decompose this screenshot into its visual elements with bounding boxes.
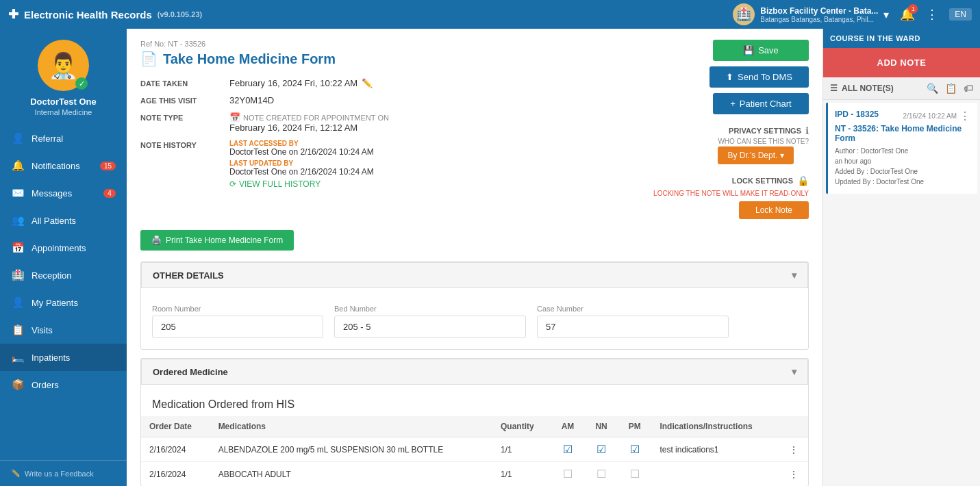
lang-selector[interactable]: EN — [949, 8, 972, 21]
visits-icon: 📋 — [11, 324, 25, 336]
table-row: 2/16/2024 ABBOCATH ADULT 1/1 ☐ ☐ ☐ ⋮ — [141, 462, 808, 487]
age-visit-value: 32Y0M14D — [229, 95, 274, 105]
tag-notes-icon[interactable]: 🏷 — [964, 83, 973, 94]
quantity-cell: 1/1 — [492, 462, 551, 487]
note-item: IPD - 18325 2/16/24 10:22 AM ⋮ NT - 3352… — [826, 103, 977, 194]
note-more-icon[interactable]: ⋮ — [959, 110, 970, 123]
facility-location: Batangas Batangas, Batangas, Phil... — [760, 16, 878, 23]
app-icon: ✚ — [8, 7, 18, 22]
avatar-area: 👨‍⚕️ ✓ DoctorTest One Internal Medicine — [0, 29, 127, 125]
facility-info: 🏥 Bizbox Facility Center - Bata... Batan… — [733, 3, 972, 25]
copy-notes-icon[interactable]: 📋 — [945, 83, 957, 94]
sidebar-item-notifications[interactable]: 🔔 Notifications 15 — [0, 152, 127, 179]
facility-dropdown-icon[interactable]: ▾ — [883, 8, 889, 21]
sidebar-item-visits[interactable]: 📋 Visits — [0, 316, 127, 344]
medication-ordered-title: Medication Ordered from HIS — [141, 390, 808, 416]
case-number-label: Case Number — [537, 305, 729, 313]
orders-icon: 📦 — [11, 379, 25, 391]
my-patients-icon: 👤 — [11, 296, 25, 309]
sidebar-item-reception[interactable]: 🏥 Reception — [0, 261, 127, 289]
by-dept-button[interactable]: By Dr.'s Dept. ▾ — [718, 146, 793, 164]
save-icon: 💾 — [743, 45, 754, 55]
sidebar-item-orders[interactable]: 📦 Orders — [0, 371, 127, 398]
other-details-body: Room Number Bed Number Case Number — [141, 294, 808, 349]
sidebar-label-my-patients: My Patients — [32, 298, 78, 308]
am-cell: ☑ — [551, 437, 585, 462]
other-details-header[interactable]: OTHER DETAILS ▾ — [141, 262, 808, 288]
notification-bell-icon[interactable]: 🔔1 — [900, 7, 915, 22]
case-number-input[interactable] — [537, 316, 729, 338]
referral-icon: 👤 — [11, 132, 25, 144]
note-time-ago: an hour ago — [835, 156, 970, 166]
ordered-medicine-section: Ordered Medicine ▾ Medication Ordered fr… — [140, 358, 809, 486]
last-updated-label: LAST UPDATED BY — [229, 159, 374, 167]
date-taken-value: February 16, 2024 Fri, 10:22 AM ✏️ — [229, 78, 373, 88]
course-in-ward-header: COURSE IN THE WARD — [823, 29, 980, 48]
ordered-medicine-header[interactable]: Ordered Medicine ▾ — [141, 359, 808, 385]
col-pm: PM — [618, 416, 651, 437]
messages-icon: ✉️ — [11, 187, 25, 199]
am-checked-icon: ☑ — [563, 444, 573, 455]
note-author: Author : DoctorTest One — [835, 146, 970, 156]
sidebar-item-inpatients[interactable]: 🛏️ Inpatients — [0, 344, 127, 371]
other-details-section: OTHER DETAILS ▾ Room Number Bed Number C… — [140, 261, 809, 350]
upload-icon: ⬆ — [726, 72, 733, 82]
note-type-value: 📅 NOTE CREATED FOR APPOINTMENT ON Februa… — [229, 112, 389, 133]
view-full-history-btn[interactable]: ⟳ VIEW FULL HISTORY — [229, 179, 374, 189]
note-added-by: Added By : DoctorTest One — [835, 166, 970, 177]
row-kebab-cell[interactable]: ⋮ — [779, 437, 808, 462]
last-accessed-value: DoctorTest One on 2/16/2024 10:24 AM — [229, 147, 374, 157]
room-number-input[interactable] — [152, 316, 323, 338]
lock-note-button[interactable]: Lock Note — [739, 201, 809, 219]
facility-name-block: Bizbox Facility Center - Bata... Batanga… — [760, 6, 878, 23]
sidebar: 👨‍⚕️ ✓ DoctorTest One Internal Medicine … — [0, 29, 127, 486]
history-icon: ⟳ — [229, 179, 236, 189]
avatar-check-icon: ✓ — [75, 77, 88, 90]
kebab-menu-icon[interactable]: ⋮ — [926, 7, 938, 22]
bed-number-group: Bed Number — [334, 305, 526, 338]
privacy-settings-section: PRIVACY SETTINGS ℹ WHO CAN SEE THIS NOTE… — [718, 125, 809, 164]
sidebar-label-notifications: Notifications — [32, 161, 80, 171]
sidebar-item-my-patients[interactable]: 👤 My Patients — [0, 289, 127, 316]
sidebar-item-messages[interactable]: ✉️ Messages 4 — [0, 179, 127, 207]
last-updated-value: DoctorTest One on 2/16/2024 10:24 AM — [229, 167, 374, 177]
note-history-label: NOTE HISTORY — [140, 140, 229, 149]
col-am: AM — [551, 416, 585, 437]
send-to-dms-button[interactable]: ⬆ Send To DMS — [709, 66, 809, 88]
app-title-text: Electronic Health Records — [24, 9, 152, 21]
note-history-value: LAST ACCESSED BY DoctorTest One on 2/16/… — [229, 140, 374, 189]
sidebar-label-inpatients: Inpatients — [32, 353, 70, 363]
save-button[interactable]: 💾 Save — [713, 40, 809, 61]
sidebar-item-appointments[interactable]: 📅 Appointments — [0, 234, 127, 261]
patient-chart-button[interactable]: + Patient Chart — [713, 93, 809, 114]
write-us-feedback[interactable]: ✏️ Write us a Feedback — [11, 469, 116, 478]
note-meta: Author : DoctorTest One an hour ago Adde… — [835, 146, 970, 187]
lock-icon: 🔒 — [797, 175, 809, 186]
sidebar-label-messages: Messages — [32, 188, 72, 199]
add-note-button[interactable]: ADD NOTE — [823, 48, 980, 77]
sidebar-label-all-patients: All Patients — [32, 216, 76, 226]
form-content: Ref No: NT - 33526 📄 Take Home Medicine … — [127, 29, 822, 486]
calendar-icon: 📅 — [229, 112, 240, 123]
messages-badge: 4 — [103, 189, 116, 198]
date-taken-label: DATE TAKEN — [140, 78, 229, 88]
notifications-icon: 🔔 — [11, 159, 25, 172]
print-icon: 🖨️ — [151, 235, 162, 245]
note-type-row: NOTE TYPE 📅 NOTE CREATED FOR APPOINTMENT… — [140, 112, 642, 133]
search-notes-icon[interactable]: 🔍 — [927, 83, 938, 94]
user-specialty: Internal Medicine — [35, 108, 92, 116]
am-empty-icon: ☐ — [563, 468, 573, 480]
feedback-label: Write us a Feedback — [25, 470, 94, 478]
sidebar-item-all-patients[interactable]: 👥 All Patients — [0, 207, 127, 234]
sidebar-item-referral[interactable]: 👤 Referral — [0, 125, 127, 152]
date-taken-edit-icon[interactable]: ✏️ — [362, 78, 373, 88]
lock-settings-label: LOCK SETTINGS — [732, 177, 793, 185]
row-kebab-cell[interactable]: ⋮ — [779, 462, 808, 487]
bed-number-input[interactable] — [334, 316, 526, 338]
print-button[interactable]: 🖨️ Print Take Home Medicine Form — [140, 230, 294, 251]
col-order-date: Order Date — [141, 416, 210, 437]
sidebar-label-visits: Visits — [32, 325, 53, 335]
col-indications: Indications/Instructions — [651, 416, 779, 437]
nn-cell: ☑ — [585, 437, 618, 462]
bed-number-label: Bed Number — [334, 305, 526, 313]
